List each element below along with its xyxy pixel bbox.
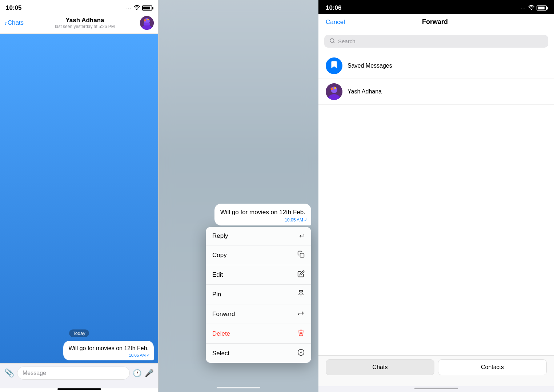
message-time: 10:05 AM [129,353,146,358]
wifi-icon-3 [528,5,534,11]
svg-point-9 [330,39,334,43]
delete-label: Delete [212,330,230,337]
saved-messages-name: Saved Messages [348,63,392,69]
message-preview-bubble: Will go for movies on 12th Feb. 10:05 AM… [214,204,311,225]
contact-item-saved-messages[interactable]: Saved Messages [318,53,554,79]
forward-title: Forward [422,18,448,26]
svg-point-3 [144,19,146,21]
select-label: Select [212,350,229,357]
status-bar-1: 10:05 ··· [0,0,158,14]
forward-label: Forward [212,311,235,318]
message-input-placeholder: Message [23,370,46,376]
context-select[interactable]: Select [206,344,311,363]
chat-background: Today Will go for movies on 12th Feb. 10… [0,34,158,363]
search-placeholder: Search [338,38,356,44]
svg-point-4 [147,19,149,20]
message-meta: 10:05 AM ✓ [129,352,150,359]
forward-nav: Cancel Forward [318,14,554,31]
context-menu-panel: Will go for movies on 12th Feb. 10:05 AM… [158,0,318,392]
contact-avatar[interactable] [140,16,154,30]
message-input[interactable]: Message [17,367,130,380]
back-chevron-icon: ‹ [4,19,7,27]
delete-icon [297,329,305,338]
back-label[interactable]: Chats [8,19,24,27]
context-menu: Reply ↩ Copy Edit [206,227,311,363]
copy-label: Copy [212,252,227,259]
preview-message-text: Will go for movies on 12th Feb. [220,209,305,216]
reply-icon: ↩ [299,232,305,240]
pin-label: Pin [212,291,221,298]
contact-list: Saved Messages Yash Adhana [318,53,554,355]
preview-time: 10:05 AM [285,217,303,223]
battery-icon-1 [142,5,152,11]
preview-checkmark: ✓ [304,217,308,223]
message-text: Will go for movies on 12th Feb. [68,345,149,351]
input-bar: 📎 Message 🕐 🎤 [0,363,158,388]
svg-rect-5 [144,23,150,25]
search-bar-container: Search [318,31,554,53]
status-icons-1: ··· [127,5,152,11]
pin-icon [297,290,305,299]
context-reply[interactable]: Reply ↩ [206,227,311,245]
nav-bar-1: ‹ Chats Yash Adhana last seen yesterday … [0,14,158,34]
status-bar-3: 10:06 ··· [318,0,554,14]
dots-icon-1: ··· [127,6,132,10]
panel2-content: Will go for movies on 12th Feb. 10:05 AM… [158,0,318,392]
message-bubble-outgoing: Will go for movies on 12th Feb. 10:05 AM… [63,341,154,360]
svg-line-10 [333,42,334,43]
voice-button[interactable]: 🎤 [145,369,154,377]
reply-label: Reply [212,232,228,240]
cancel-button[interactable]: Cancel [326,19,345,26]
attach-button[interactable]: 📎 [4,368,14,378]
preview-message-meta: 10:05 AM ✓ [285,217,308,223]
chat-header: Yash Adhana last seen yesterday at 5:26 … [30,17,140,29]
dots-icon-3: ··· [521,6,526,10]
context-copy[interactable]: Copy [206,245,311,265]
svg-point-14 [331,88,333,90]
bottom-tabs: Chats Contacts [318,355,554,386]
context-pin[interactable]: Pin [206,285,311,304]
chat-panel: 10:05 ··· ‹ Chats Yash Adhana last seen … [0,0,158,392]
yash-adhana-name: Yash Adhana [348,88,382,95]
edit-label: Edit [212,271,223,279]
status-time-1: 10:05 [6,4,21,12]
battery-icon-3 [537,5,547,11]
forward-panel: 10:06 ··· Cancel Forward Search [318,0,554,392]
search-icon [329,38,335,45]
copy-icon [297,251,305,260]
svg-point-15 [334,87,336,89]
home-indicator-3 [414,388,458,389]
tab-contacts[interactable]: Contacts [438,359,547,375]
yash-adhana-avatar [326,83,342,100]
contact-name: Yash Adhana [65,17,104,24]
date-badge: Today [69,329,89,337]
saved-messages-avatar [326,57,342,74]
wifi-icon-1 [134,5,140,11]
context-edit[interactable]: Edit [206,265,311,285]
back-button[interactable]: ‹ Chats [4,19,30,27]
context-forward[interactable]: Forward [206,304,311,324]
contact-status: last seen yesterday at 5:26 PM [55,24,115,29]
edit-icon [297,270,305,279]
select-icon [297,349,305,358]
context-delete[interactable]: Delete [206,324,311,344]
checkmark-icon: ✓ [146,352,150,359]
tab-chats[interactable]: Chats [326,359,434,375]
status-time-3: 10:06 [326,4,341,12]
tab-contacts-label: Contacts [481,364,504,370]
saved-messages-icon [329,60,339,72]
emoji-button[interactable]: 🕐 [133,369,142,377]
tab-chats-label: Chats [373,364,388,370]
home-indicator-1 [57,388,101,390]
forward-icon [297,309,305,319]
search-bar[interactable]: Search [324,35,548,48]
svg-rect-6 [300,253,304,257]
avatar-image [140,16,154,30]
status-icons-3: ··· [521,5,547,11]
contact-item-yash-adhana[interactable]: Yash Adhana [318,79,554,105]
home-indicator-2 [217,387,260,388]
